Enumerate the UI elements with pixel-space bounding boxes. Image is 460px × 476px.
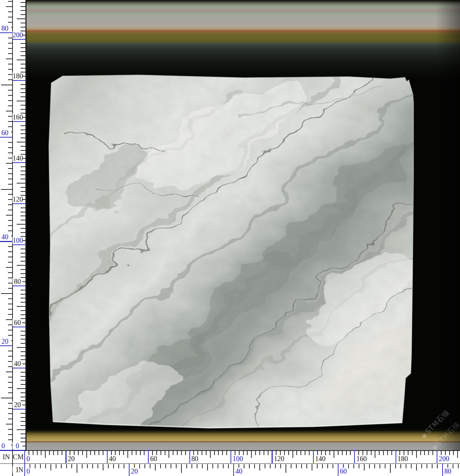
cm-tick — [379, 451, 380, 455]
scanner-top-bar — [0, 0, 460, 80]
cm-tick — [21, 392, 26, 393]
cm-tick — [338, 451, 338, 455]
inch-tick — [8, 434, 13, 435]
inch-tick — [8, 351, 13, 351]
cm-gridline — [12, 121, 26, 122]
cm-tick — [103, 451, 103, 455]
inch-tick — [306, 464, 307, 468]
cm-tick — [21, 55, 26, 56]
cm-tick — [293, 451, 293, 458]
cm-tick — [21, 47, 26, 48]
inch-tick — [8, 147, 13, 148]
cm-tick — [21, 269, 26, 270]
inch-tick — [181, 464, 182, 473]
cm-label: 140 — [315, 455, 326, 462]
cm-tick — [21, 335, 26, 336]
scan-image — [0, 0, 460, 450]
inch-tick — [6, 215, 13, 216]
cm-tick — [123, 451, 124, 455]
cm-label: 80 — [192, 455, 198, 462]
cm-tick — [416, 451, 417, 458]
inch-tick — [8, 69, 13, 70]
cm-tick — [99, 451, 99, 455]
inch-tick — [228, 464, 229, 468]
cm-tick — [21, 314, 26, 315]
cm-tick — [21, 125, 26, 126]
cm-tick — [222, 451, 223, 455]
inch-tick — [280, 464, 281, 468]
cm-gridline — [24, 450, 25, 463]
cm-tick — [301, 451, 301, 455]
cm-tick — [371, 451, 372, 455]
inch-tick — [432, 464, 432, 468]
inch-tick — [98, 464, 98, 468]
cm-label: 40 — [13, 360, 22, 367]
cm-tick — [218, 451, 219, 455]
cm-tick — [127, 451, 128, 458]
inch-label: 0 — [1, 442, 11, 449]
cm-label: 20 — [68, 455, 75, 462]
horizontal-ruler: IN CM IN 0204060801001201401601802000204… — [0, 450, 460, 476]
inch-tick — [291, 464, 291, 468]
inch-tick — [165, 464, 166, 468]
cm-tick — [21, 88, 26, 89]
cm-tick — [420, 451, 421, 455]
inch-label: 60 — [340, 468, 347, 475]
cm-tick — [21, 43, 26, 44]
cm-tick — [387, 451, 388, 455]
inch-label: 0 — [26, 468, 30, 475]
inch-tick — [8, 1, 13, 2]
cm-tick — [424, 451, 425, 455]
cm-tick — [21, 138, 26, 138]
cm-gridline — [12, 368, 26, 368]
cm-label: 160 — [13, 114, 22, 120]
inch-tick — [8, 272, 13, 273]
cm-tick — [45, 451, 46, 458]
cm-tick — [251, 451, 252, 458]
cm-tick — [17, 388, 26, 389]
inch-tick — [8, 64, 13, 64]
cm-tick — [161, 451, 161, 455]
inch-tick — [87, 464, 88, 468]
cm-gridline — [12, 286, 26, 286]
cm-tick — [202, 451, 202, 455]
cm-tick — [342, 451, 343, 455]
cm-tick — [334, 451, 334, 458]
cm-label: 200 — [13, 31, 22, 38]
inch-tick — [192, 464, 192, 468]
cm-tick — [94, 451, 95, 455]
cm-tick — [169, 451, 169, 458]
cm-gridline — [148, 450, 149, 463]
inch-tick — [8, 231, 13, 231]
cm-tick — [21, 380, 26, 381]
cm-tick — [21, 351, 26, 352]
cm-tick — [21, 187, 26, 188]
cm-tick — [21, 2, 26, 3]
inch-tick — [223, 464, 224, 468]
inch-tick — [8, 100, 13, 101]
cm-tick — [21, 343, 26, 344]
cm-tick — [21, 384, 26, 385]
inch-tick — [8, 204, 13, 205]
cm-gridline — [189, 450, 190, 463]
inch-gridline — [0, 345, 13, 346]
inch-tick — [301, 464, 302, 468]
inch-tick — [176, 464, 177, 468]
cm-tick — [255, 451, 256, 455]
cm-tick — [181, 451, 182, 455]
cm-label: 100 — [233, 455, 243, 462]
inch-tick — [437, 464, 438, 468]
cm-tick — [21, 339, 26, 340]
cm-tick — [21, 23, 26, 23]
inch-tick — [6, 111, 13, 111]
cm-tick — [21, 174, 26, 175]
cm-tick — [350, 451, 351, 455]
cm-label: 120 — [274, 455, 284, 462]
inch-tick — [8, 392, 13, 393]
inch-tick — [66, 464, 67, 468]
inch-tick — [8, 366, 13, 367]
inch-tick — [8, 74, 13, 75]
cm-label: 40 — [109, 455, 116, 462]
cm-gridline — [272, 450, 272, 463]
inch-tick — [254, 464, 255, 468]
